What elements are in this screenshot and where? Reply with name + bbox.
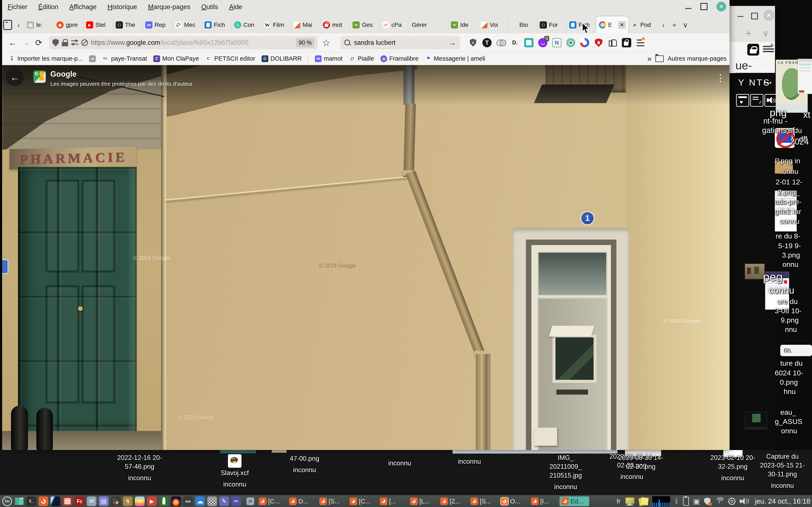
tab-fich[interactable]: Fich — [566, 16, 596, 34]
window-button-i[interactable]: [I... — [529, 496, 559, 506]
extension-purple-zero[interactable]: 0◡ — [538, 38, 548, 47]
window-button-d[interactable]: D... — [287, 496, 317, 506]
lock-icon[interactable] — [62, 39, 68, 46]
bookmark-star-icon[interactable]: ☆ — [320, 36, 333, 49]
tab-mec[interactable]: Mec — [172, 16, 202, 34]
zoom-badge[interactable]: 90 % — [296, 38, 314, 47]
tab-fich[interactable]: Fich — [202, 16, 231, 34]
tab-ges[interactable]: ❧Ges — [350, 16, 379, 34]
launcher-pen-purple[interactable]: ✎ — [219, 496, 229, 506]
extension-floppy-teal[interactable] — [524, 38, 534, 47]
window-button-c[interactable]: [C... — [348, 496, 378, 506]
launcher-gradient[interactable]: ʌ — [135, 496, 145, 506]
tab-gpre[interactable]: ◉gpre — [54, 16, 83, 34]
desktop-file[interactable]: inconnu — [421, 455, 518, 466]
backup-icon[interactable] — [728, 498, 735, 505]
launcher-bottle-green[interactable] — [159, 496, 169, 506]
launcher-qr-red[interactable] — [63, 496, 72, 506]
extension-letter-t[interactable]: T — [483, 38, 492, 47]
window-button-ed[interactable]: Ed... — [560, 496, 589, 506]
new-tab-button[interactable]: + — [669, 16, 680, 34]
launcher-plug-gold[interactable]: ↯ — [123, 496, 133, 506]
window-button-[interactable]: [... — [378, 496, 408, 506]
menu-fichier[interactable]: Fichier — [8, 3, 27, 11]
extension-card-lock[interactable] — [622, 38, 631, 47]
taskbar-clock[interactable]: jeu. 24 oct., 16:18 — [755, 497, 810, 505]
other-bookmarks-label[interactable]: Autres marque-pages — [668, 55, 726, 62]
menu-historique[interactable]: Historique — [108, 3, 137, 11]
launcher-calculator[interactable]: + −× = — [111, 496, 120, 506]
launcher-mail-blue[interactable]: ✉ — [87, 496, 96, 506]
sticky-notes-icon[interactable] — [639, 497, 648, 506]
tab-voi[interactable]: Voi — [478, 16, 507, 34]
minimize-button[interactable] — [685, 8, 692, 9]
window-button-o[interactable]: O... — [499, 496, 529, 506]
reload-button[interactable]: ⟳ — [32, 36, 45, 49]
second-window[interactable]: ✕ + ∨ ue-pages — [729, 6, 775, 73]
media-calendar-button[interactable]: ♥ — [736, 94, 749, 107]
bookmark-petscii-editor[interactable]: C:PETSCII editor — [205, 55, 255, 62]
tab-con[interactable]: ☺Con — [231, 16, 261, 34]
menu-aide[interactable]: Aide — [229, 3, 242, 11]
extension-shield-check[interactable]: ∨ — [468, 38, 478, 47]
bookmark-ae-grey[interactable]: æ — [89, 55, 96, 62]
second-new-tab-button[interactable]: + — [746, 27, 752, 39]
desktop-file[interactable]: 2023-08-30 14-02-30.png — [592, 453, 689, 471]
extension-eye-teal[interactable] — [566, 38, 575, 47]
launcher-terminal[interactable]: $_ — [27, 496, 36, 506]
launcher-play-red[interactable]: ▶ — [147, 496, 157, 506]
volume-icon[interactable]: )) — [740, 498, 751, 505]
tab-list-button[interactable]: ∨ — [680, 16, 691, 34]
bluetooth-icon[interactable]: ᛒ — [674, 498, 678, 505]
tab-for[interactable]: ▢For — [537, 16, 566, 34]
window-button-l[interactable]: [L... — [408, 496, 438, 506]
bookmark-paye-transat[interactable]: ✎paye-Transat — [102, 55, 147, 62]
tab-film[interactable]: WFilm — [261, 16, 291, 34]
bookmark-piaille[interactable]: Piaille — [349, 55, 374, 62]
window-button-s[interactable]: [S... — [469, 496, 499, 506]
tab-gérer[interactable]: Gérer — [409, 16, 448, 34]
extension-circle-bluered[interactable] — [580, 38, 589, 47]
desktop-file[interactable]: 2022-12-16 20-57-46.pnginconnu — [91, 453, 188, 483]
tab-mai[interactable]: Mai — [291, 16, 320, 34]
tab-stel[interactable]: ▶Stel — [83, 16, 113, 34]
second-close-button[interactable]: ✕ — [763, 10, 774, 21]
search-value[interactable]: sandra lucbert — [354, 39, 445, 47]
second-tab-list-button[interactable]: ∨ — [763, 28, 769, 38]
bookmark-messagerie-ameli[interactable]: ⚑Messagerie | ameli — [425, 55, 485, 62]
extension-thumb-like[interactable] — [608, 38, 617, 47]
launcher-headphones[interactable]: ∩ — [171, 496, 181, 506]
street-view-content[interactable]: PHARMACIE — [2, 65, 729, 450]
extension-duckduckgo[interactable]: D. — [510, 38, 519, 47]
screenshot-tool-icon[interactable] — [625, 497, 635, 506]
dialog-thumbnail[interactable] — [798, 59, 812, 94]
bookmark-mamot[interactable]: mmamot — [315, 55, 343, 62]
launcher-chevrons[interactable]: »» — [183, 496, 193, 506]
back-button[interactable]: ← — [6, 36, 19, 49]
bookmark-mon-clapaye[interactable]: CMon ClaPaye — [153, 55, 199, 62]
tab-cpa[interactable]: cPcPa — [379, 16, 409, 34]
search-bar[interactable]: sandra lucbert → — [341, 36, 460, 49]
launcher-cloud-blue[interactable]: ☁ — [195, 496, 205, 506]
tab-mot[interactable]: mot — [320, 16, 350, 34]
extension-venn[interactable] — [496, 38, 506, 47]
tab-rep[interactable]: mRep — [143, 16, 172, 34]
launcher-scissors-purple[interactable]: ✂ — [231, 496, 241, 506]
menu-marquepages[interactable]: Marque-pages — [148, 3, 190, 11]
system-monitor-widget[interactable] — [652, 496, 670, 507]
search-go-icon[interactable]: → — [449, 38, 456, 47]
extension-frame-n[interactable]: N — [552, 38, 561, 47]
launcher-notes-purple[interactable]: ▤ — [99, 496, 108, 506]
desktop-file[interactable]: Capture du2023-05-15 21-30-11.pnginconnu — [734, 452, 812, 490]
url-bar[interactable]: https://www.google.com/local/place/fid/0… — [49, 36, 318, 49]
photo-thumbnail-stone-house[interactable] — [745, 264, 765, 279]
scroll-tabs-right-button[interactable]: › — [658, 16, 669, 34]
launcher-filezilla[interactable]: Fz — [74, 496, 84, 506]
close-tab-icon[interactable]: ✕ — [618, 21, 626, 29]
tab-ide[interactable]: ❧Ide — [448, 16, 478, 34]
media-menu-icon[interactable]: ••• — [763, 79, 772, 87]
launcher-image-dark[interactable] — [51, 496, 60, 506]
bookmarks-overflow-chevron[interactable]: » — [647, 54, 652, 63]
tab-e[interactable]: GE✕ — [596, 16, 628, 34]
window-button-s[interactable]: [S... — [318, 496, 347, 506]
